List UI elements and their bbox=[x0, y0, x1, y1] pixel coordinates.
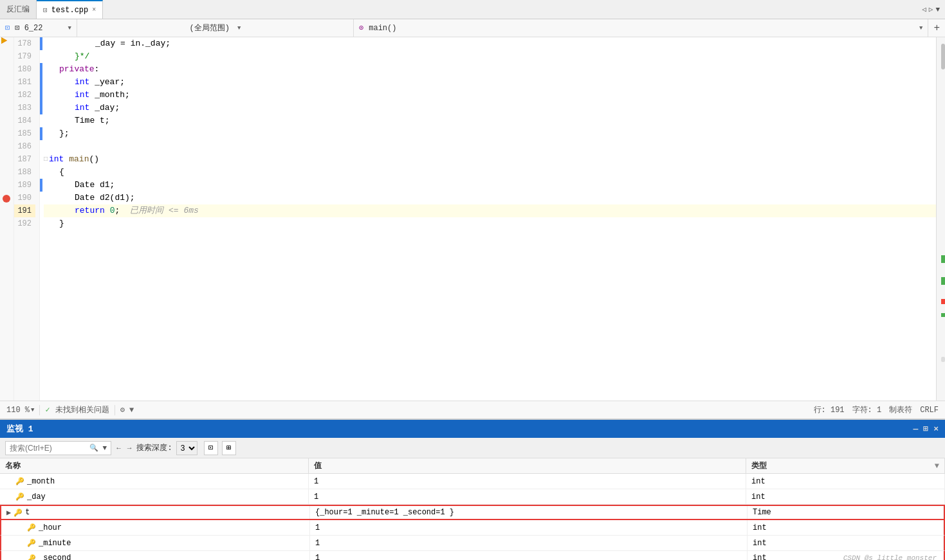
scroll-bottom-thumb bbox=[941, 357, 945, 362]
bookmark-178 bbox=[40, 37, 42, 50]
line-numbers: 178 179 180 181 182 183 184 185 186 187 … bbox=[14, 37, 40, 401]
watch-row-second: 🔑 _second 1 int CSDN @s_little_monster bbox=[0, 551, 945, 560]
file-icon: ⊡ bbox=[5, 23, 10, 33]
watch-pin[interactable]: ⊞ bbox=[923, 424, 928, 434]
watch-type-minute: int bbox=[748, 536, 944, 550]
watch-search-input[interactable] bbox=[10, 444, 87, 453]
fold-187[interactable]: □ bbox=[44, 153, 48, 166]
tab-menu[interactable]: ▼ bbox=[935, 6, 940, 14]
watch-second-label: _second bbox=[39, 554, 71, 560]
row-indicator: 行: 191 bbox=[814, 404, 845, 415]
watch-month-value: 1 bbox=[314, 477, 318, 486]
watch-close[interactable]: × bbox=[933, 424, 939, 434]
watch-toolbar: 🔍 ▼ ← → 搜索深度: 3 1 2 4 5 ⊡ ⊞ bbox=[0, 438, 945, 458]
watch-icon-day: 🔑 bbox=[15, 492, 24, 501]
code-line-189: Date d1; bbox=[44, 179, 936, 192]
watch-type-t: Time bbox=[748, 506, 944, 519]
file-selector[interactable]: ⊡ ⊡ 6_22 ▼ bbox=[0, 19, 77, 37]
tab-bar: 反汇编 ⊡ test.cpp × ◁ ▷ ▼ bbox=[0, 0, 945, 19]
function-select-label: main() bbox=[369, 24, 396, 33]
depth-select[interactable]: 3 1 2 4 5 bbox=[176, 441, 197, 455]
watch-add-button[interactable]: ⊡ bbox=[204, 441, 218, 455]
code-line-181: int _year; bbox=[44, 76, 936, 89]
tools-icon[interactable]: ⚙ ▼ bbox=[120, 405, 134, 415]
bookmark-185 bbox=[40, 127, 42, 140]
line-ending-label: CRLF bbox=[920, 406, 939, 415]
search-next-button[interactable]: → bbox=[126, 444, 133, 452]
watch-day-label: _day bbox=[27, 492, 46, 501]
watch-table: 名称 值 类型 ▼ 🔑 _month 1 int bbox=[0, 458, 945, 560]
search-icon[interactable]: 🔍 ▼ bbox=[89, 444, 107, 452]
watch-minute-label: _minute bbox=[39, 539, 71, 548]
code-line-184: Time t; bbox=[44, 114, 936, 127]
code-area[interactable]: _day = in._day; }*/ private: int _year; … bbox=[44, 37, 936, 401]
bookmark-181 bbox=[40, 76, 42, 89]
watch-month-label: _month bbox=[27, 477, 55, 486]
watch-day-value: 1 bbox=[314, 492, 318, 501]
watch-value-hour: 1 bbox=[310, 520, 748, 535]
watch-hour-value: 1 bbox=[315, 523, 320, 532]
editor-container: 178 179 180 181 182 183 184 185 186 187 … bbox=[0, 37, 945, 401]
watch-icon-minute: 🔑 bbox=[27, 539, 36, 547]
col-header-name: 名称 bbox=[0, 458, 309, 473]
tab-fanhuibian[interactable]: 反汇编 bbox=[0, 0, 37, 19]
function-selector[interactable]: ⊙ main() ▼ bbox=[354, 19, 928, 37]
sort-icon[interactable]: ▼ bbox=[935, 462, 939, 471]
watch-expand-button[interactable]: ⊞ bbox=[222, 441, 236, 455]
function-icon: ⊙ bbox=[359, 23, 363, 33]
editor-gutter bbox=[0, 37, 14, 401]
zoom-dropdown[interactable]: ▼ bbox=[31, 407, 34, 413]
status-divider-2 bbox=[115, 405, 115, 415]
watch-name-second: 🔑 _second bbox=[1, 551, 310, 560]
scope-select-label: (全局范围) bbox=[190, 23, 230, 33]
watch-name-hour: 🔑 _hour bbox=[1, 520, 310, 535]
watch-row-month: 🔑 _month 1 int bbox=[0, 474, 945, 489]
watch-header: 监视 1 — ⊞ × bbox=[0, 420, 945, 438]
search-prev-button[interactable]: ← bbox=[115, 444, 122, 452]
scroll-green-indicator3 bbox=[941, 313, 945, 317]
tab-close-icon[interactable]: × bbox=[92, 6, 96, 14]
watch-minimize[interactable]: — bbox=[913, 424, 919, 434]
watch-icon-t: 🔑 bbox=[14, 509, 23, 517]
linenum-185: 185 bbox=[14, 127, 35, 140]
code-line-191: return 0; 已用时间 <= 6ms bbox=[44, 204, 936, 217]
status-left: 110 % ▼ ✓ 未找到相关问题 ⚙ ▼ bbox=[6, 404, 806, 415]
status-divider-1 bbox=[39, 405, 40, 415]
file-chevron-icon: ▼ bbox=[68, 25, 71, 32]
watch-search-box: 🔍 ▼ bbox=[5, 441, 111, 455]
code-line-178: _day = in._day; bbox=[44, 37, 936, 50]
add-watch-button[interactable]: + bbox=[928, 23, 945, 34]
code-line-187: □ int main() bbox=[44, 153, 936, 166]
code-line-192: } bbox=[44, 217, 936, 230]
watch-value-day: 1 bbox=[309, 489, 746, 504]
bookmark-180 bbox=[40, 63, 42, 76]
watch-row-minute: 🔑 _minute 1 int bbox=[0, 536, 945, 551]
tab-scroll-right[interactable]: ▷ bbox=[929, 5, 933, 14]
tab-scroll-left[interactable]: ◁ bbox=[922, 5, 926, 14]
zoom-control[interactable]: 110 % ▼ bbox=[6, 406, 34, 415]
code-line-179: }*/ bbox=[44, 50, 936, 63]
watch-hour-type: int bbox=[753, 523, 767, 532]
breakpoint-190[interactable] bbox=[3, 195, 10, 203]
watch-t-type: Time bbox=[753, 508, 771, 517]
watch-name-minute: 🔑 _minute bbox=[1, 536, 310, 550]
watch-type-second: int CSDN @s_little_monster bbox=[748, 551, 944, 560]
expand-t-icon[interactable]: ▶ bbox=[6, 508, 11, 518]
scroll-green-indicator bbox=[941, 255, 945, 263]
editor-scrollbar[interactable] bbox=[936, 37, 945, 401]
watch-type-day: int bbox=[746, 489, 945, 504]
linenum-192: 192 bbox=[14, 217, 35, 230]
linenum-180: 180 bbox=[14, 63, 35, 76]
watch-name-month: 🔑 _month bbox=[0, 474, 309, 489]
tab-testcpp-label: test.cpp bbox=[51, 6, 89, 15]
code-lines: _day = in._day; }*/ private: int _year; … bbox=[44, 37, 936, 230]
tab-controls: ◁ ▷ ▼ bbox=[917, 5, 945, 14]
watch-minute-type: int bbox=[753, 539, 767, 548]
check-icon: ✓ bbox=[45, 405, 50, 415]
watch-add-icon: ⊡ bbox=[208, 443, 213, 453]
scope-selector[interactable]: (全局范围) ▼ bbox=[77, 19, 354, 37]
tab-testcpp[interactable]: ⊡ test.cpp × bbox=[37, 0, 103, 19]
col-indicator: 字符: 1 bbox=[852, 404, 882, 415]
watch-month-type: int bbox=[751, 477, 766, 486]
watch-panel: 监视 1 — ⊞ × 🔍 ▼ ← → 搜索深度: 3 1 2 4 5 ⊡ ⊞ bbox=[0, 419, 945, 560]
